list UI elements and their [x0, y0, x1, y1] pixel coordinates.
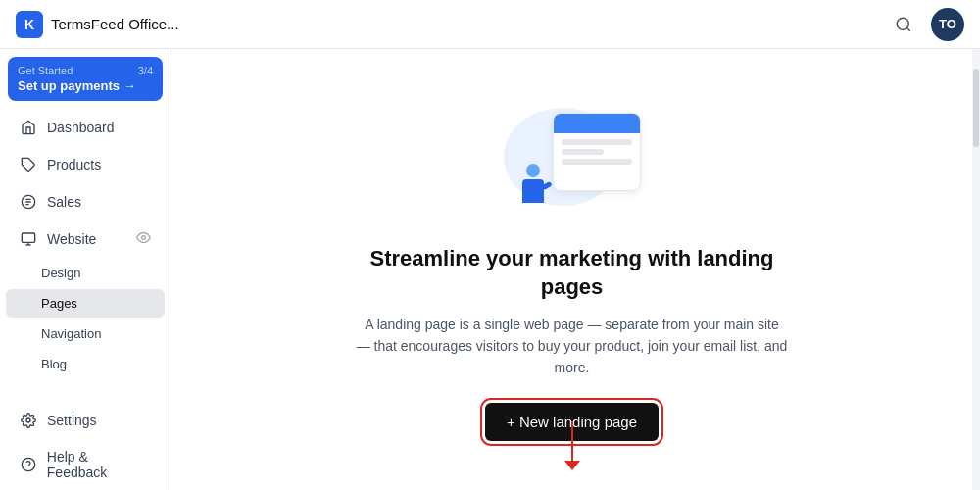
- figure: [512, 164, 556, 218]
- arrow-head: [564, 461, 580, 470]
- house-icon: [20, 119, 37, 136]
- arrow-line: [571, 421, 573, 461]
- content-area: Streamline your marketing with landing p…: [172, 49, 972, 490]
- arrow-indicator: [564, 421, 580, 470]
- sidebar-subitem-navigation[interactable]: Navigation: [6, 319, 165, 348]
- sidebar-item-settings[interactable]: Settings: [6, 403, 165, 438]
- products-label: Products: [47, 157, 101, 172]
- svg-point-7: [26, 418, 30, 422]
- eye-icon[interactable]: [136, 230, 151, 248]
- sidebar-item-website[interactable]: Website: [6, 221, 165, 257]
- get-started-label: Get Started: [18, 65, 73, 76]
- card-line-3: [562, 159, 632, 165]
- monitor-icon: [20, 230, 37, 248]
- illustration: [494, 98, 651, 225]
- svg-point-0: [897, 18, 908, 29]
- gear-icon: [20, 412, 37, 429]
- sidebar-item-dashboard[interactable]: Dashboard: [6, 110, 165, 145]
- sidebar-item-help[interactable]: Help & Feedback: [6, 440, 165, 489]
- sidebar-item-sales[interactable]: Sales: [6, 184, 165, 220]
- get-started-count: 3/4: [138, 65, 153, 76]
- sales-label: Sales: [47, 194, 81, 210]
- main-scrollbar[interactable]: [972, 49, 980, 490]
- app-title: TermsFeed Office...: [51, 16, 179, 32]
- tag-icon: [20, 156, 37, 173]
- illustration-card: [553, 113, 641, 191]
- receipt-icon: [20, 193, 37, 211]
- user-avatar[interactable]: TO: [931, 8, 964, 41]
- sidebar-item-products[interactable]: Products: [6, 147, 165, 182]
- card-line-2: [562, 149, 604, 155]
- get-started-action[interactable]: Set up payments →: [18, 78, 153, 93]
- main-content: Streamline your marketing with landing p…: [172, 49, 972, 490]
- get-started-banner[interactable]: Get Started 3/4 Set up payments →: [8, 57, 163, 101]
- scrollbar-thumb: [973, 69, 979, 147]
- website-label: Website: [47, 231, 96, 247]
- sidebar-subitem-blog[interactable]: Blog: [6, 350, 165, 378]
- dashboard-label: Dashboard: [47, 120, 115, 135]
- svg-point-6: [142, 236, 146, 240]
- promo-description: A landing page is a single web page — se…: [357, 314, 788, 379]
- promo-title: Streamline your marketing with landing p…: [357, 245, 788, 301]
- settings-label: Settings: [47, 413, 97, 428]
- search-button[interactable]: [888, 9, 919, 40]
- sidebar: Get Started 3/4 Set up payments → Dashbo…: [0, 49, 172, 490]
- card-line-1: [562, 139, 632, 145]
- sidebar-subitem-design[interactable]: Design: [6, 259, 165, 287]
- help-label: Help & Feedback: [47, 449, 151, 480]
- main-layout: Get Started 3/4 Set up payments → Dashbo…: [0, 49, 980, 490]
- header: K TermsFeed Office... TO: [0, 0, 980, 49]
- header-right: TO: [888, 8, 964, 41]
- landing-page-promo: Streamline your marketing with landing p…: [337, 78, 808, 460]
- sidebar-subitem-pages[interactable]: Pages: [6, 289, 165, 318]
- svg-rect-3: [22, 233, 34, 242]
- svg-line-1: [906, 27, 909, 30]
- header-left: K TermsFeed Office...: [16, 11, 179, 38]
- question-icon: [20, 456, 37, 473]
- logo-icon[interactable]: K: [16, 11, 43, 38]
